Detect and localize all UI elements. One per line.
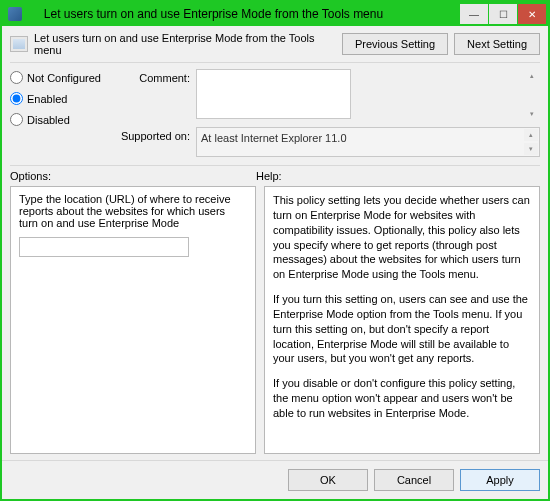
separator	[10, 62, 540, 63]
apply-button[interactable]: Apply	[460, 469, 540, 491]
cancel-button[interactable]: Cancel	[374, 469, 454, 491]
radio-disabled-input[interactable]	[10, 113, 23, 126]
close-button[interactable]: ✕	[518, 4, 546, 24]
radio-enabled-label: Enabled	[27, 93, 67, 105]
maximize-button[interactable]: ☐	[489, 4, 517, 24]
help-heading: Help:	[256, 170, 540, 182]
help-p1: This policy setting lets you decide whet…	[273, 193, 531, 282]
scroll-down-icon[interactable]: ▾	[524, 143, 538, 155]
previous-setting-button[interactable]: Previous Setting	[342, 33, 448, 55]
comment-label: Comment:	[115, 69, 190, 121]
radio-disabled[interactable]: Disabled	[10, 113, 105, 126]
help-p2: If you turn this setting on, users can s…	[273, 292, 531, 366]
report-url-input[interactable]	[19, 237, 189, 257]
title-bar: Let users turn on and use Enterprise Mod…	[2, 2, 548, 26]
minimize-button[interactable]: —	[460, 4, 488, 24]
url-description: Type the location (URL) of where to rece…	[19, 193, 247, 229]
options-panel: Type the location (URL) of where to rece…	[10, 186, 256, 454]
ok-button[interactable]: OK	[288, 469, 368, 491]
scroll-down-icon[interactable]: ▾	[525, 108, 539, 120]
radio-not-configured-label: Not Configured	[27, 72, 101, 84]
help-p3: If you disable or don't configure this p…	[273, 376, 531, 421]
next-setting-button[interactable]: Next Setting	[454, 33, 540, 55]
help-panel: This policy setting lets you decide whet…	[264, 186, 540, 454]
options-heading: Options:	[10, 170, 256, 182]
supported-text: At least Internet Explorer 11.0	[201, 132, 347, 144]
scroll-up-icon[interactable]: ▴	[525, 70, 539, 82]
scroll-up-icon[interactable]: ▴	[524, 129, 538, 141]
comment-input[interactable]	[196, 69, 351, 119]
radio-not-configured[interactable]: Not Configured	[10, 71, 105, 84]
policy-icon	[10, 36, 28, 52]
separator	[10, 165, 540, 166]
supported-on-value: At least Internet Explorer 11.0 ▴▾	[196, 127, 540, 157]
policy-title: Let users turn on and use Enterprise Mod…	[34, 32, 336, 56]
supported-label: Supported on:	[115, 127, 190, 157]
radio-enabled-input[interactable]	[10, 92, 23, 105]
window-title: Let users turn on and use Enterprise Mod…	[0, 7, 459, 21]
radio-not-configured-input[interactable]	[10, 71, 23, 84]
radio-disabled-label: Disabled	[27, 114, 70, 126]
radio-enabled[interactable]: Enabled	[10, 92, 105, 105]
